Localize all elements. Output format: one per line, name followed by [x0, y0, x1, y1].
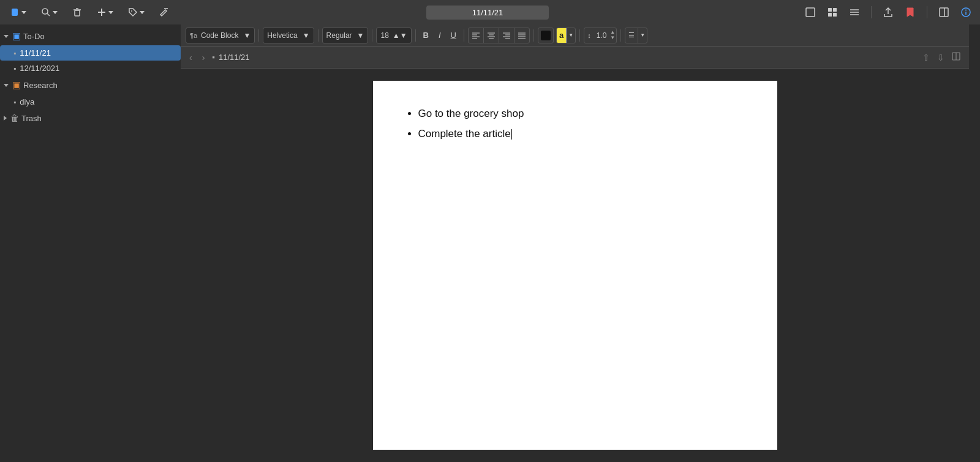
block-style-select[interactable]: ¶a Code Block ▼	[186, 28, 255, 43]
align-center-button[interactable]	[484, 28, 499, 43]
main-area: ▣ To-Do ▪ 11/11/21 ▪ 12/11/2021 ▣ Resear…	[0, 24, 980, 462]
divider8	[620, 29, 621, 42]
align-right-button[interactable]	[499, 28, 514, 43]
highlight-button[interactable]: a ▼	[556, 28, 576, 43]
svg-point-1	[42, 9, 48, 14]
size-select[interactable]: 18 ▲▼	[376, 28, 411, 43]
sidebar-section-todo-label: To-Do	[23, 32, 45, 41]
list-chevron-icon: ▼	[638, 28, 647, 43]
sidebar-section-research[interactable]: ▣ Research	[0, 76, 181, 94]
sidebar-item-diya[interactable]: ▪ diya	[0, 94, 181, 110]
svg-rect-13	[828, 13, 832, 17]
top-toolbar	[0, 0, 980, 24]
underline-button[interactable]: U	[447, 28, 460, 43]
new-note-chevron-icon	[108, 11, 113, 14]
spacing-arrows[interactable]: ▲ ▼	[609, 30, 616, 41]
underline-label: U	[451, 31, 456, 40]
svg-rect-18	[940, 8, 948, 17]
sidebar-section-trash-label: Trash	[21, 114, 42, 123]
title-bar	[180, 6, 795, 20]
sidebar-item-note2[interactable]: ▪ 12/11/2021	[0, 61, 181, 76]
view-single-button[interactable]	[802, 4, 818, 20]
bookmark-icon	[905, 7, 916, 18]
align-justify-button[interactable]	[514, 28, 529, 43]
list-button[interactable]: ☰ ▼	[625, 28, 647, 43]
italic-button[interactable]: I	[435, 28, 445, 43]
app-switcher-group	[6, 5, 30, 20]
sidebar-section-trash[interactable]: 🗑 Trash	[0, 110, 181, 127]
new-note-group	[93, 5, 117, 20]
note1-icon: ▪	[13, 49, 16, 58]
tag-button[interactable]	[124, 5, 148, 20]
align-left-icon	[472, 32, 480, 39]
align-justify-icon	[518, 32, 526, 39]
edit-icon	[159, 7, 169, 17]
sidebar-item-diya-label: diya	[20, 97, 34, 106]
text-cursor	[511, 129, 512, 140]
text-color-button[interactable]	[538, 28, 554, 43]
delete-button[interactable]	[69, 5, 86, 20]
list-view-icon	[849, 7, 860, 18]
svg-rect-12	[833, 8, 837, 12]
align-left-button[interactable]	[469, 28, 484, 43]
svg-rect-3	[75, 10, 80, 16]
bullet-item-2-text: Complete the article	[418, 128, 511, 140]
bullet-item-2: Complete the article	[418, 125, 747, 142]
svg-rect-10	[806, 8, 815, 17]
panel-button[interactable]	[936, 4, 952, 20]
todo-chevron-icon	[4, 35, 9, 38]
sidebar-item-note1[interactable]: ▪ 11/11/21	[0, 45, 181, 61]
switcher-chevron-icon	[21, 11, 26, 14]
svg-rect-0	[12, 9, 18, 16]
layout-icon	[952, 52, 960, 61]
todo-folder-icon: ▣	[12, 31, 21, 42]
right-panel	[969, 24, 980, 462]
bookmark-button[interactable]	[902, 4, 918, 20]
search-button[interactable]	[37, 5, 61, 20]
view-grid-button[interactable]	[824, 4, 840, 20]
weight-select[interactable]: Regular ▼	[322, 28, 369, 43]
view-list-button[interactable]	[846, 4, 862, 20]
divider7	[579, 29, 580, 42]
svg-point-22	[965, 10, 967, 11]
nav-forward-button[interactable]: ›	[200, 51, 208, 64]
size-chevron-icon: ▲▼	[393, 31, 407, 40]
trash-chevron-icon	[4, 116, 7, 121]
research-folder-icon: ▣	[12, 80, 21, 91]
trash-folder-icon: 🗑	[10, 113, 19, 123]
bold-button[interactable]: B	[420, 28, 432, 43]
weight-chevron-icon: ▼	[357, 31, 364, 40]
info-button[interactable]	[958, 4, 974, 20]
toolbar-right	[802, 4, 974, 20]
collapse-up-button[interactable]: ⇧	[920, 51, 932, 64]
document-title[interactable]	[426, 6, 549, 20]
paragraph-icon: ¶a	[190, 32, 197, 39]
single-view-icon	[805, 7, 816, 18]
divider6	[533, 29, 534, 42]
svg-point-8	[131, 10, 132, 12]
new-note-button[interactable]	[93, 5, 117, 20]
nav-back-button[interactable]: ‹	[187, 51, 195, 64]
bullet-item-1-text: Go to the grocery shop	[418, 108, 524, 119]
svg-line-2	[47, 13, 50, 16]
divider1	[258, 29, 259, 42]
highlight-letter: a	[557, 28, 566, 43]
sidebar-section-todo[interactable]: ▣ To-Do	[0, 27, 181, 45]
app-switcher-button[interactable]	[6, 5, 30, 20]
bear-icon	[10, 7, 20, 17]
font-select[interactable]: Helvetica ▼	[263, 28, 314, 43]
editor-page[interactable]: Go to the grocery shop Complete the arti…	[373, 81, 777, 450]
font-label: Helvetica	[267, 31, 297, 40]
share-button[interactable]	[880, 4, 896, 20]
edit-button[interactable]	[156, 5, 173, 20]
editor-wrapper[interactable]: Go to the grocery shop Complete the arti…	[181, 69, 969, 462]
size-label: 18	[380, 31, 388, 40]
note-title: ▪ 11/11/21	[212, 53, 249, 62]
sidebar-item-note2-label: 12/11/2021	[20, 64, 59, 73]
note-title-text: 11/11/21	[219, 53, 250, 62]
collapse-down-button[interactable]: ⇩	[935, 51, 947, 64]
spacing-control[interactable]: ↕ 1.0 ▲ ▼	[584, 28, 617, 43]
note-doc-icon: ▪	[212, 53, 215, 62]
tag-icon	[128, 7, 138, 17]
layout-button[interactable]	[949, 51, 963, 64]
